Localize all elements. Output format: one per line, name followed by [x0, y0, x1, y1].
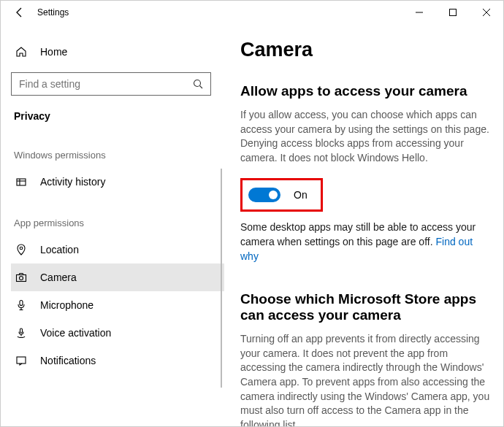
sidebar-item-activity-history[interactable]: Activity history [11, 168, 224, 196]
desktop-apps-note: Some desktop apps may still be able to a… [240, 220, 493, 263]
svg-rect-1 [450, 9, 457, 16]
svg-rect-10 [17, 275, 26, 282]
svg-rect-15 [20, 328, 23, 333]
section-header-app: App permissions [14, 218, 224, 228]
sidebar-item-label: Location [40, 244, 79, 255]
svg-rect-12 [20, 301, 23, 306]
activity-history-icon [14, 176, 28, 188]
page-title: Camera [240, 39, 493, 61]
sidebar-item-label: Activity history [40, 176, 105, 188]
location-icon [14, 244, 28, 255]
sidebar-category-label: Privacy [14, 110, 224, 122]
sidebar-item-notifications[interactable]: Notifications [11, 347, 224, 374]
sidebar-home[interactable]: Home [11, 39, 224, 65]
sidebar: Home Privacy Windows permissions Activit… [1, 24, 227, 426]
svg-point-9 [20, 247, 23, 250]
svg-point-4 [194, 80, 201, 87]
section-header-windows: Windows permissions [14, 150, 224, 161]
section-heading-choose: Choose which Microsoft Store apps can ac… [240, 291, 493, 323]
notifications-icon [14, 355, 28, 366]
camera-icon [14, 272, 28, 283]
sidebar-item-location[interactable]: Location [11, 236, 224, 263]
camera-access-toggle-label: On [294, 189, 308, 201]
close-button[interactable] [470, 1, 503, 24]
search-input[interactable] [19, 78, 193, 90]
sidebar-item-label: Microphone [40, 299, 93, 311]
camera-access-toggle-highlight: On [240, 178, 323, 212]
titlebar: Settings [1, 1, 503, 24]
camera-access-toggle[interactable] [248, 188, 280, 202]
search-input-wrap[interactable] [11, 72, 211, 96]
minimize-button[interactable] [402, 1, 436, 24]
search-icon [193, 79, 203, 89]
main-content: Camera Allow apps to access your camera … [227, 24, 503, 426]
back-button[interactable] [8, 1, 31, 24]
voice-activation-icon [14, 327, 28, 339]
sidebar-item-label: Voice activation [40, 327, 111, 339]
section-description-allow: If you allow access, you can choose whic… [240, 108, 493, 165]
maximize-button[interactable] [436, 1, 470, 24]
svg-rect-17 [17, 357, 26, 363]
home-icon [14, 46, 28, 58]
section-description-choose: Turning off an app prevents it from dire… [240, 332, 493, 426]
svg-point-11 [20, 277, 23, 280]
svg-line-5 [200, 86, 203, 89]
sidebar-home-label: Home [40, 46, 67, 58]
section-heading-allow: Allow apps to access your camera [240, 83, 493, 99]
sidebar-item-camera[interactable]: Camera [11, 263, 224, 291]
sidebar-item-voice-activation[interactable]: Voice activation [11, 319, 224, 347]
svg-rect-6 [17, 179, 26, 185]
nav-scroll[interactable]: Windows permissions Activity history App… [11, 128, 224, 426]
window-title: Settings [37, 7, 69, 18]
microphone-icon [14, 299, 28, 311]
sidebar-item-label: Camera [40, 272, 77, 283]
sidebar-item-label: Notifications [40, 355, 96, 366]
sidebar-item-microphone[interactable]: Microphone [11, 291, 224, 319]
